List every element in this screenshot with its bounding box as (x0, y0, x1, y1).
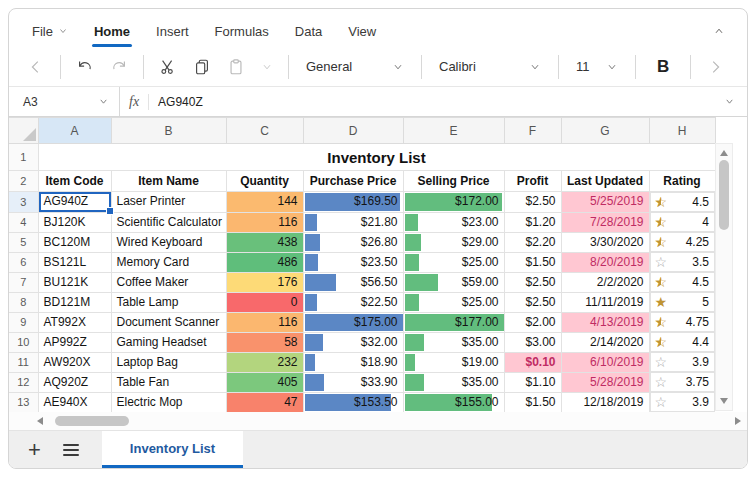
cell-H6[interactable]: ☆3.5 (650, 252, 716, 272)
cell-B8[interactable]: Table Lamp (111, 292, 226, 312)
cell-A4[interactable]: BJ120K (38, 212, 111, 232)
cell-H11[interactable]: ☆3.9 (650, 352, 716, 372)
column-header-H[interactable]: H (649, 118, 715, 144)
cell-H10[interactable]: ☆★4.4 (650, 332, 716, 352)
column-header-D[interactable]: D (303, 118, 403, 144)
cell-G7[interactable]: 2/2/2020 (561, 272, 649, 292)
horizontal-scrollbar-thumb[interactable] (55, 416, 129, 426)
cell-H2[interactable]: Rating (649, 171, 715, 192)
cell-E9[interactable]: $177.00 (403, 312, 504, 332)
cell-D9[interactable]: $175.00 (303, 312, 403, 332)
cell-B7[interactable]: Coffee Maker (111, 272, 226, 292)
cell-A5[interactable]: BC120M (38, 232, 111, 252)
name-box[interactable]: A3 (9, 87, 119, 116)
cell-C2[interactable]: Quantity (226, 171, 303, 192)
cell-C12[interactable]: 405 (226, 372, 303, 392)
cell-H9[interactable]: ☆★4.75 (650, 312, 716, 332)
row-header-11[interactable]: 11 (9, 352, 38, 372)
row-header-7[interactable]: 7 (9, 272, 38, 292)
row-header-13[interactable]: 13 (9, 392, 38, 412)
cell-G10[interactable]: 2/14/2020 (561, 332, 649, 352)
cell-A8[interactable]: BD121M (38, 292, 111, 312)
cell-D4[interactable]: $21.80 (303, 212, 403, 232)
menu-file[interactable]: File (19, 15, 81, 47)
menu-view[interactable]: View (335, 15, 389, 47)
paste-button[interactable] (219, 53, 253, 81)
cell-B13[interactable]: Electric Mop (111, 392, 226, 412)
redo-button[interactable] (102, 53, 136, 81)
scroll-left-icon[interactable] (37, 417, 43, 425)
column-header-B[interactable]: B (111, 118, 226, 144)
cell-C9[interactable]: 116 (226, 312, 303, 332)
cell-E11[interactable]: $19.00 (403, 352, 504, 372)
scroll-up-icon[interactable] (720, 150, 728, 156)
select-all-button[interactable] (9, 118, 38, 144)
cell-A3[interactable]: AG940Z (38, 192, 111, 213)
cell-D3[interactable]: $169.50 (303, 192, 403, 213)
cell-F11[interactable]: $0.10 (504, 352, 561, 372)
row-header-6[interactable]: 6 (9, 252, 38, 272)
cell-H5[interactable]: ☆★4.25 (650, 232, 716, 252)
vertical-scrollbar-thumb[interactable] (719, 160, 729, 230)
cell-C11[interactable]: 232 (226, 352, 303, 372)
menu-data[interactable]: Data (282, 15, 335, 47)
cell-E12[interactable]: $35.00 (403, 372, 504, 392)
cell-C10[interactable]: 58 (226, 332, 303, 352)
row-header-2[interactable]: 2 (9, 171, 38, 192)
cell-G13[interactable]: 12/18/2019 (561, 392, 649, 412)
cell-B11[interactable]: Laptop Bag (111, 352, 226, 372)
menu-insert[interactable]: Insert (143, 15, 202, 47)
row-header-3[interactable]: 3 (9, 192, 38, 213)
cell-C7[interactable]: 176 (226, 272, 303, 292)
cell-F12[interactable]: $1.10 (504, 372, 561, 392)
row-header-12[interactable]: 12 (9, 372, 38, 392)
cell-G2[interactable]: Last Updated (561, 171, 649, 192)
row-header-5[interactable]: 5 (9, 232, 38, 252)
cell-F10[interactable]: $3.00 (504, 332, 561, 352)
cell-D13[interactable]: $153.50 (303, 392, 403, 412)
cell-H8[interactable]: ★5 (650, 292, 716, 312)
cell-H4[interactable]: ☆★4 (650, 212, 716, 232)
cell-E6[interactable]: $25.00 (403, 252, 504, 272)
cell-A6[interactable]: BS121L (38, 252, 111, 272)
cell-B4[interactable]: Scientific Calculator (111, 212, 226, 232)
cell-F13[interactable]: $1.50 (504, 392, 561, 412)
cell-G11[interactable]: 6/10/2019 (561, 352, 649, 372)
row-header-8[interactable]: 8 (9, 292, 38, 312)
cell-D8[interactable]: $22.50 (303, 292, 403, 312)
cell-C4[interactable]: 116 (226, 212, 303, 232)
cell-G9[interactable]: 4/13/2019 (561, 312, 649, 332)
cell-D2[interactable]: Purchase Price (303, 171, 403, 192)
cell-G5[interactable]: 3/30/2020 (561, 232, 649, 252)
cell-G6[interactable]: 8/20/2019 (561, 252, 649, 272)
cell-A11[interactable]: AW920X (38, 352, 111, 372)
cell-E2[interactable]: Selling Price (403, 171, 504, 192)
cell-A7[interactable]: BU121K (38, 272, 111, 292)
row-header-4[interactable]: 4 (9, 212, 38, 232)
font-name-dropdown[interactable]: Calibri (429, 52, 551, 82)
cell-C5[interactable]: 438 (226, 232, 303, 252)
cell-A10[interactable]: AP992Z (38, 332, 111, 352)
cell-E8[interactable]: $25.00 (403, 292, 504, 312)
horizontal-scrollbar[interactable] (9, 412, 747, 430)
ribbon-scroll-left-button[interactable] (19, 53, 53, 81)
bold-button[interactable]: B (643, 52, 683, 82)
cell-F6[interactable]: $1.50 (504, 252, 561, 272)
row-header-9[interactable]: 9 (9, 312, 38, 332)
cell-G3[interactable]: 5/25/2019 (561, 192, 649, 213)
cell-E3[interactable]: $172.00 (403, 192, 504, 213)
cell-C8[interactable]: 0 (226, 292, 303, 312)
formula-input[interactable]: AG940Z (149, 95, 712, 109)
cell-A2[interactable]: Item Code (38, 171, 111, 192)
cell-F5[interactable]: $2.20 (504, 232, 561, 252)
ribbon-scroll-right-button[interactable] (698, 53, 732, 81)
add-sheet-button[interactable]: + (9, 431, 52, 468)
cell-C13[interactable]: 47 (226, 392, 303, 412)
cell-H3[interactable]: ☆★4.5 (650, 192, 716, 212)
menu-home[interactable]: Home (81, 15, 143, 47)
cut-button[interactable] (151, 53, 185, 81)
vertical-scrollbar[interactable] (715, 143, 733, 411)
cell-F8[interactable]: $2.50 (504, 292, 561, 312)
cell-F2[interactable]: Profit (504, 171, 561, 192)
column-header-G[interactable]: G (561, 118, 649, 144)
